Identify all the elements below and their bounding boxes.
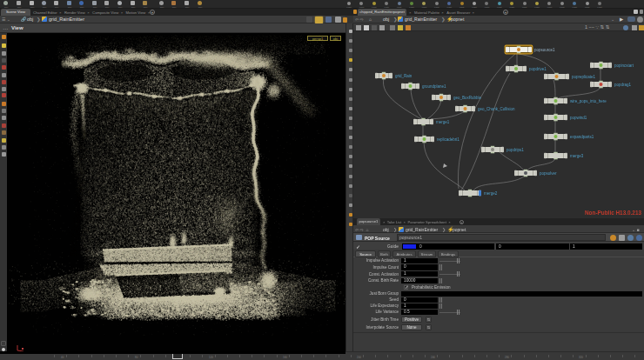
- svg-text:popsolver: popsolver: [540, 171, 557, 176]
- svg-text:expandparts1: expandparts1: [570, 135, 594, 139]
- svg-text:geo_BoxRubble: geo_BoxRubble: [453, 96, 482, 100]
- svg-text:geo_Chunk_Collision: geo_Chunk_Collision: [478, 107, 515, 111]
- svg-text:merge2: merge2: [484, 191, 498, 196]
- svg-text:wire_pops_into_here: wire_pops_into_here: [570, 99, 607, 103]
- svg-text:merge3: merge3: [570, 154, 584, 158]
- svg-text:Non-Public H13.0.213: Non-Public H13.0.213: [585, 210, 641, 216]
- svg-text:popdrag1: popdrag1: [614, 83, 632, 87]
- svg-text:replicadebri1: replicadebri1: [437, 137, 460, 142]
- svg-text:popsource1: popsource1: [534, 48, 555, 52]
- svg-text:popdrive1: popdrive1: [529, 67, 547, 71]
- svg-text:popreplicate1: popreplicate1: [572, 75, 596, 79]
- svg-text:groundplane1: groundplane1: [422, 84, 446, 89]
- svg-text:popwind1: popwind1: [570, 116, 587, 120]
- svg-text:grid_Rain: grid_Rain: [395, 74, 413, 78]
- svg-text:popdrips1: popdrips1: [506, 148, 524, 152]
- svg-text:popincstart: popincstart: [614, 63, 634, 68]
- svg-text:merge1: merge1: [436, 120, 450, 124]
